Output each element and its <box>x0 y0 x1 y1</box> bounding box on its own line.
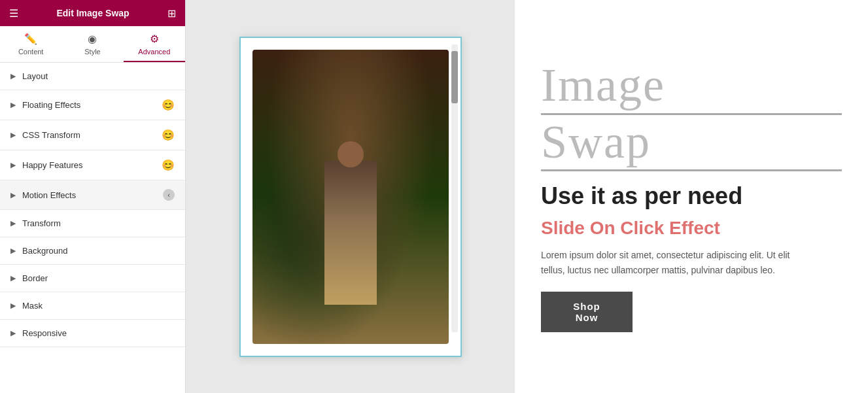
accordion-css-transform: ▶ CSS Transform 😊 <box>0 120 185 150</box>
accordion-happy-header[interactable]: ▶ Happy Features 😊 <box>0 150 185 180</box>
main-canvas <box>186 0 515 393</box>
lorem-text: Lorem ipsum dolor sit amet, consectetur … <box>541 248 803 277</box>
chevron-border-icon: ▶ <box>10 274 16 282</box>
css-badge-icon: 😊 <box>162 129 175 141</box>
accordion-transform-header[interactable]: ▶ Transform <box>0 210 185 237</box>
accordion-motion-effects: ▶ Motion Effects ‹ <box>0 180 185 210</box>
accordion-floating-effects: ▶ Floating Effects 😊 <box>0 90 185 120</box>
image-inner <box>252 50 449 344</box>
accordion-background: ▶ Background <box>0 237 185 265</box>
accordion-responsive-header[interactable]: ▶ Responsive <box>0 320 185 347</box>
accordion-floating-label: Floating Effects <box>22 100 80 110</box>
chevron-css-icon: ▶ <box>10 131 16 139</box>
accordion-css-label: CSS Transform <box>22 130 80 140</box>
accordion-transform: ▶ Transform <box>0 210 185 237</box>
floating-badge-icon: 😊 <box>162 99 175 111</box>
chevron-motion-icon: ▶ <box>10 191 16 199</box>
hero-subtitle: Use it as per need <box>541 182 842 210</box>
canvas-frame[interactable] <box>239 37 462 357</box>
tab-advanced[interactable]: ⚙ Advanced <box>124 26 185 62</box>
style-tab-icon: ◉ <box>88 33 97 45</box>
hero-title-line2: Swap <box>541 118 842 172</box>
hamburger-icon[interactable]: ☰ <box>9 7 18 20</box>
accordion-border: ▶ Border <box>0 265 185 292</box>
accordion-motion-header[interactable]: ▶ Motion Effects ‹ <box>0 180 185 209</box>
accordion-background-header[interactable]: ▶ Background <box>0 237 185 264</box>
chevron-transform-icon: ▶ <box>10 219 16 228</box>
accordion-layout-header[interactable]: ▶ Layout <box>0 63 185 90</box>
tab-content[interactable]: ✏️ Content <box>0 26 61 62</box>
accordion-layout: ▶ Layout <box>0 63 185 90</box>
accordion-happy-label: Happy Features <box>22 160 83 170</box>
panel-title: Edit Image Swap <box>56 8 129 18</box>
chevron-mask-icon: ▶ <box>10 301 16 310</box>
accordion-css-header[interactable]: ▶ CSS Transform 😊 <box>0 120 185 150</box>
slide-effect-text: Slide On Click Effect <box>541 218 842 239</box>
chevron-layout-icon: ▶ <box>10 72 16 80</box>
tabs-row: ✏️ Content ◉ Style ⚙ Advanced <box>0 26 185 63</box>
shop-now-button[interactable]: Shop Now <box>541 292 633 332</box>
accordion-transform-label: Transform <box>22 218 61 228</box>
accordion-layout-label: Layout <box>22 71 48 81</box>
chevron-responsive-icon: ▶ <box>10 329 16 337</box>
content-tab-icon: ✏️ <box>24 33 37 45</box>
chevron-happy-icon: ▶ <box>10 161 16 169</box>
right-content: Image Swap Use it as per need Slide On C… <box>515 0 868 393</box>
chevron-floating-icon: ▶ <box>10 101 16 109</box>
accordion-background-label: Background <box>22 246 67 256</box>
panel-header: ☰ Edit Image Swap ⊞ <box>0 0 185 26</box>
accordion-happy-features: ▶ Happy Features 😊 <box>0 150 185 180</box>
tab-style[interactable]: ◉ Style <box>61 26 123 62</box>
accordion-floating-header[interactable]: ▶ Floating Effects 😊 <box>0 90 185 120</box>
tab-style-label: Style <box>84 48 100 56</box>
happy-badge-icon: 😊 <box>162 159 175 171</box>
accordion-mask: ▶ Mask <box>0 292 185 320</box>
image-placeholder <box>252 50 449 344</box>
grid-icon[interactable]: ⊞ <box>167 7 176 20</box>
accordion-border-header[interactable]: ▶ Border <box>0 265 185 292</box>
tab-content-label: Content <box>18 48 44 56</box>
accordion-responsive-label: Responsive <box>22 328 67 338</box>
canvas-scrollbar[interactable] <box>451 44 458 332</box>
figure-head <box>338 141 364 167</box>
left-panel: ☰ Edit Image Swap ⊞ ✏️ Content ◉ Style ⚙… <box>0 0 186 393</box>
hero-title-line1: Image <box>541 61 842 115</box>
canvas-scrollbar-thumb <box>451 51 458 103</box>
accordion-responsive: ▶ Responsive <box>0 320 185 347</box>
chevron-background-icon: ▶ <box>10 247 16 255</box>
tab-advanced-label: Advanced <box>138 48 170 56</box>
accordion-mask-label: Mask <box>22 301 43 311</box>
accordion-motion-label: Motion Effects <box>22 190 76 200</box>
figure-shape <box>324 161 377 305</box>
accordion-mask-header[interactable]: ▶ Mask <box>0 292 185 319</box>
motion-collapse-btn[interactable]: ‹ <box>163 189 175 201</box>
advanced-tab-icon: ⚙ <box>150 33 159 45</box>
accordion-border-label: Border <box>22 273 48 283</box>
